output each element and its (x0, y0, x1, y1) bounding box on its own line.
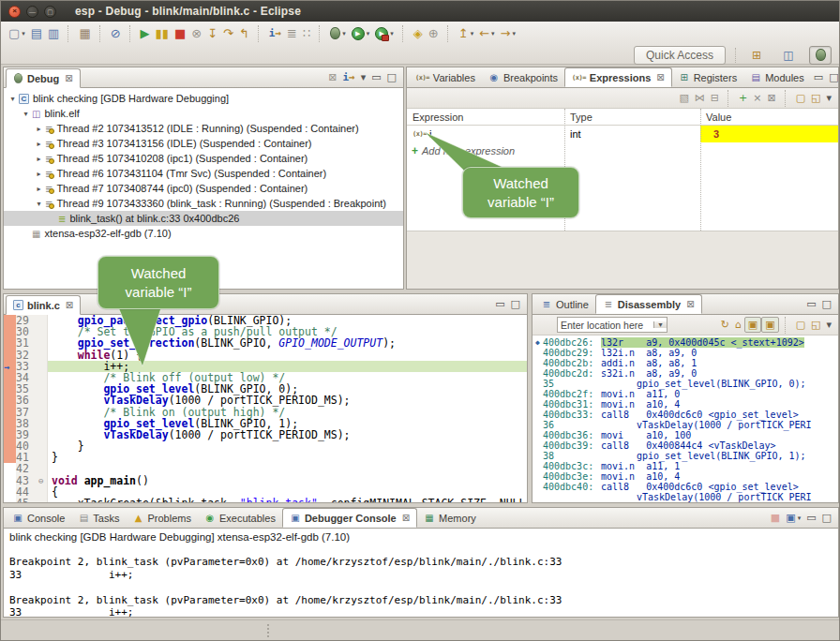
annotation-ruler[interactable] (4, 383, 16, 395)
save-button[interactable]: ▤ (28, 24, 45, 43)
fold-marker[interactable]: ⊖ (38, 475, 48, 486)
maximize-button[interactable]: □ (819, 510, 834, 525)
terminate-button[interactable]: ■ (768, 510, 783, 525)
code-line-43[interactable]: 43⊖void app_main() (4, 475, 527, 486)
tab-memory[interactable]: ▦Memory (417, 508, 483, 528)
maximize-button[interactable]: □ (508, 296, 523, 311)
refresh-button[interactable]: ↻ (718, 317, 732, 333)
line-number[interactable]: 37 (16, 407, 38, 418)
minimize-button[interactable]: ▭ (803, 510, 818, 525)
annotation-ruler[interactable] (4, 440, 16, 452)
external-tools-button[interactable]: ▶▾ (372, 24, 397, 43)
add-new-expression-row[interactable]: +Add new expression (407, 142, 838, 159)
sash-grip[interactable] (267, 624, 270, 637)
annotation-ruler[interactable] (4, 326, 16, 337)
open-new-view-button[interactable]: ▢ (793, 317, 808, 333)
forward-button[interactable]: →▾ (498, 24, 518, 43)
console-output[interactable]: Breakpoint 2, blink_task (pvParameter=0x… (9, 556, 832, 617)
column-header-value[interactable]: Value (700, 112, 838, 123)
expression-row[interactable]: (x)= iint3 (407, 126, 838, 142)
disassembly-line[interactable]: 400dbc2f:movi.n a11, 0 (532, 389, 838, 399)
open-perspective-button[interactable]: ⊞ (745, 46, 768, 65)
minimize-button[interactable]: ▭ (803, 296, 818, 311)
disassembly-line[interactable]: 400dbc31:movi.n a10, 4 (532, 399, 838, 410)
show-source-button[interactable]: ▣ (761, 317, 778, 333)
annotation-ruler[interactable] (4, 429, 16, 440)
tab-close-icon[interactable]: ⊠ (402, 513, 410, 523)
tab-disassembly[interactable]: ≡Disassembly⊠ (595, 294, 702, 314)
instruction-stepping-toggle-button[interactable]: i→ (339, 69, 357, 84)
annotation-ruler[interactable]: → (4, 361, 16, 372)
disassembly-line[interactable]: 38gpio_set_level(BLINK_GPIO, 1); (532, 451, 838, 461)
tab-close-icon[interactable]: ⊠ (66, 300, 73, 310)
debug-tree-item[interactable]: ▦xtensa-esp32-elf-gdb (7.10) (4, 226, 403, 241)
build-all-button[interactable]: ▦ (76, 24, 93, 43)
remove-expression-button[interactable]: × (750, 90, 764, 106)
step-over-button[interactable]: ↷ (220, 24, 236, 43)
close-button[interactable]: × (8, 6, 21, 18)
annotation-ruler[interactable] (4, 486, 16, 498)
debug-tree-item[interactable]: ▾≡Thread #9 1073433360 (blink_task : Run… (4, 196, 403, 211)
search-button[interactable]: ⊕ (426, 24, 442, 43)
disassembly-line[interactable]: 400dbc36:movi a10, 100 (532, 430, 838, 440)
tab-console[interactable]: ▣Console (6, 508, 71, 528)
view-menu-button[interactable]: ▾ (823, 317, 834, 333)
minimize-button[interactable]: ▭ (492, 296, 507, 311)
tab-outline[interactable]: ≣Outline (534, 294, 595, 314)
tab-registers[interactable]: ⊞Registers (672, 67, 743, 87)
annotation-ruler[interactable] (4, 350, 16, 361)
skip-all-breakpoints-button[interactable]: ⊘ (108, 24, 124, 43)
collapse-all-button[interactable]: ⊟ (708, 90, 722, 106)
suspend-button[interactable]: ▮▮ (153, 24, 172, 43)
drop-to-frame-button[interactable]: ≣ (284, 24, 300, 43)
location-combo[interactable]: Enter location here ▼ (557, 317, 668, 333)
annotation-ruler[interactable] (4, 498, 16, 502)
annotation-ruler[interactable] (4, 418, 16, 429)
step-return-button[interactable]: ↰ (236, 24, 252, 43)
line-number[interactable]: 36 (16, 395, 38, 406)
line-number[interactable]: 42 (16, 463, 38, 474)
disassembly-line[interactable]: ◆400dbc26:l32r a9, 0x400d045c <_stext+10… (532, 337, 838, 348)
new-wizard-button[interactable]: ▢▾ (6, 24, 28, 43)
debug-tree-item[interactable]: ▸≡Thread #7 1073408744 (ipc0) (Suspended… (4, 181, 403, 196)
tab-close-icon[interactable]: ⊠ (656, 72, 664, 82)
disassembly-line[interactable]: 400dbc40:call8 0x400dc6c0 <gpio_set_leve… (532, 482, 838, 492)
debug-tree-item[interactable]: ▾◫blink.elf (4, 106, 403, 121)
cpp-perspective-button[interactable]: ◫ (777, 46, 800, 65)
disassembly-line[interactable]: 400dbc3c:movi.n a11, 1 (532, 461, 838, 471)
line-number[interactable]: 45 (16, 498, 38, 502)
disassembly-line[interactable]: 400dbc33:call8 0x400dc6c0 <gpio_set_leve… (532, 410, 838, 420)
annotation-ruler[interactable] (4, 337, 16, 349)
debug-tree-item[interactable]: ≡blink_task() at blink.c:33 0x400dbc26 (4, 211, 403, 226)
disassembly-listing[interactable]: ◆400dbc26:l32r a9, 0x400d045c <_stext+10… (532, 335, 838, 502)
annotation-ruler[interactable] (4, 475, 16, 486)
maximize-button[interactable]: ▢ (44, 6, 56, 18)
view-menu-button[interactable]: ▾ (358, 69, 369, 84)
code-line-45[interactable]: 45 xTaskCreate(&blink_task, "blink_task"… (4, 498, 527, 502)
debug-configurations-button[interactable]: ▾ (327, 24, 349, 43)
remove-all-expressions-button[interactable]: ⊠ (764, 90, 778, 106)
link-with-active-debug-context-button[interactable]: ◱ (808, 317, 823, 333)
maximize-button[interactable]: □ (819, 296, 834, 311)
link-with-debug-view-button[interactable]: ◱ (808, 90, 823, 106)
last-edit-location-button[interactable]: ↥▾ (456, 24, 476, 43)
title-bar[interactable]: × — ▢ esp - Debug - blink/main/blink.c -… (1, 1, 839, 22)
annotation-ruler[interactable] (4, 395, 16, 406)
disassembly-line[interactable]: 400dbc2b:addi.n a8, a8, 1 (532, 358, 838, 368)
minimize-button[interactable]: ▭ (811, 69, 826, 84)
annotation-ruler[interactable] (4, 407, 16, 418)
remove-all-terminated-button[interactable]: ⊠ (325, 69, 339, 84)
open-resource-button[interactable]: ◈ (411, 24, 426, 43)
run-button[interactable]: ▶▾ (349, 24, 373, 43)
track-current-pc-button[interactable]: ▣ (744, 317, 761, 333)
minimize-button[interactable]: ▭ (368, 69, 383, 84)
home-button[interactable]: ⌂ (732, 317, 744, 333)
tab-expressions[interactable]: (x)=Expressions⊠ (564, 67, 672, 87)
annotation-ruler[interactable] (4, 315, 16, 326)
tab-variables[interactable]: (x)=Variables (409, 67, 482, 87)
annotation-ruler[interactable] (4, 463, 16, 474)
debug-perspective-button[interactable] (809, 46, 832, 65)
disassembly-line[interactable]: 35gpio_set_level(BLINK_GPIO, 0); (532, 379, 838, 389)
tab-debugger-console[interactable]: ▣Debugger Console⊠ (282, 508, 417, 528)
line-number[interactable]: 31 (16, 337, 38, 349)
